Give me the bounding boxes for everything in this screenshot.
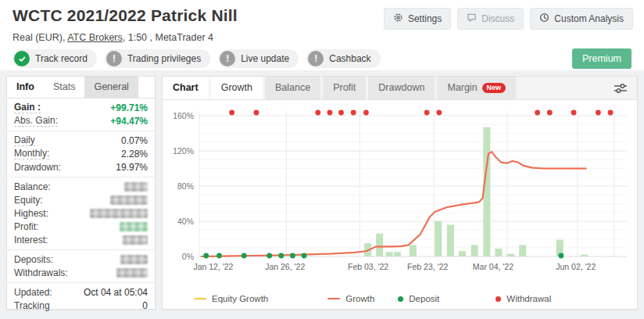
stat-row-gain: Gain : +99.71% bbox=[7, 101, 155, 114]
legend-equity-growth[interactable]: Equity Growth bbox=[194, 294, 268, 303]
legend-deposit[interactable]: Deposit bbox=[398, 294, 439, 303]
svg-text:120%: 120% bbox=[173, 146, 194, 156]
header-actions: Settings Discuss Custom Analysis bbox=[384, 8, 633, 30]
tab-margin[interactable]: Margin New bbox=[437, 77, 516, 99]
sidebar-tabs: Info Stats General bbox=[7, 77, 155, 99]
stat-row-abs-gain: Abs. Gain: +94.47% bbox=[7, 114, 155, 127]
deposits-label: Deposits: bbox=[14, 254, 53, 265]
content-area: Info Stats General Gain : +99.71% Abs. G… bbox=[0, 70, 644, 319]
deposits-value-redacted bbox=[120, 255, 148, 264]
divider bbox=[7, 177, 155, 177]
tab-margin-label: Margin bbox=[447, 77, 477, 99]
broker-link[interactable]: ATC Brokers bbox=[67, 32, 123, 43]
withdrawals-label: Withdrawals: bbox=[14, 267, 68, 278]
stat-row-equity: Equity: bbox=[7, 193, 155, 206]
discuss-button[interactable]: Discuss bbox=[457, 8, 524, 30]
monthly-value: 2.28% bbox=[121, 149, 148, 160]
new-badge: New bbox=[482, 83, 506, 93]
svg-text:Feb 23, '22: Feb 23, '22 bbox=[407, 262, 448, 271]
balance-value-redacted bbox=[124, 182, 148, 192]
legend-label: Growth bbox=[345, 294, 374, 303]
daily-label[interactable]: Daily bbox=[14, 134, 35, 146]
exclamation-icon: ! bbox=[106, 51, 122, 66]
svg-text:80%: 80% bbox=[177, 181, 194, 191]
premium-button[interactable]: Premium bbox=[572, 48, 631, 69]
drawdown-label: Drawdown: bbox=[14, 162, 61, 173]
equity-growth-swatch bbox=[194, 298, 206, 299]
growth-swatch bbox=[327, 298, 340, 299]
stat-row-interest: Interest: bbox=[7, 233, 155, 246]
divider bbox=[7, 282, 155, 283]
tab-drawdown[interactable]: Drawdown bbox=[368, 77, 435, 99]
updated-value: Oct 04 at 05:04 bbox=[84, 287, 148, 298]
chart-panel: Chart Growth Balance Profit Drawdown Mar… bbox=[162, 76, 638, 310]
svg-text:160%: 160% bbox=[173, 111, 194, 120]
settings-button[interactable]: Settings bbox=[384, 8, 451, 30]
stats-sidebar: Info Stats General Gain : +99.71% Abs. G… bbox=[6, 76, 156, 310]
badge-live-update[interactable]: ! Live update bbox=[218, 49, 299, 68]
tab-growth[interactable]: Growth bbox=[211, 77, 263, 99]
withdrawals-value-redacted bbox=[116, 268, 148, 278]
updated-label: Updated: bbox=[14, 287, 52, 298]
svg-text:Mar 04, '22: Mar 04, '22 bbox=[473, 262, 513, 271]
svg-text:Jan 12, '22: Jan 12, '22 bbox=[193, 262, 233, 271]
drawdown-value: 19.97% bbox=[116, 162, 148, 173]
legend-growth[interactable]: Growth bbox=[327, 294, 374, 303]
stat-row-daily: Daily 0.07% bbox=[7, 134, 155, 147]
badge-track-record[interactable]: Track record bbox=[13, 49, 97, 68]
page-header: WCTC 2021/2022 Patrick Nill Settings Dis… bbox=[0, 0, 644, 70]
balance-label: Balance: bbox=[14, 181, 51, 192]
stat-row-balance: Balance: bbox=[7, 180, 155, 193]
tab-stats[interactable]: Stats bbox=[44, 77, 85, 98]
equity-value-redacted bbox=[110, 195, 148, 205]
abs-gain-label[interactable]: Abs. Gain: bbox=[14, 115, 58, 127]
legend-label: Withdrawal bbox=[506, 294, 551, 303]
interest-value-redacted bbox=[123, 235, 148, 245]
clock-icon bbox=[539, 13, 549, 25]
check-icon bbox=[14, 51, 30, 66]
tracking-label: Tracking bbox=[14, 300, 50, 311]
badge-label: Trading privileges bbox=[127, 53, 201, 64]
badge-trading-privileges[interactable]: ! Trading privileges bbox=[105, 49, 210, 68]
badge-label: Cashback bbox=[329, 53, 370, 64]
tab-profit[interactable]: Profit bbox=[323, 77, 366, 99]
tab-balance[interactable]: Balance bbox=[265, 77, 320, 99]
exclamation-icon: ! bbox=[220, 51, 235, 66]
gear-icon bbox=[393, 13, 403, 25]
page-title: WCTC 2021/2022 Patrick Nill bbox=[13, 6, 238, 25]
badge-cashback[interactable]: ! Cashback bbox=[306, 49, 380, 68]
divider bbox=[7, 131, 155, 131]
interest-label: Interest: bbox=[14, 235, 48, 246]
chart-settings-icon[interactable] bbox=[614, 82, 628, 97]
custom-analysis-label: Custom Analysis bbox=[554, 13, 624, 24]
account-subtitle: Real (EUR), ATC Brokers, 1:50 , MetaTrad… bbox=[13, 32, 213, 43]
daily-value: 0.07% bbox=[121, 135, 148, 146]
divider bbox=[7, 249, 155, 250]
chart-tabs: Chart Growth Balance Profit Drawdown Mar… bbox=[163, 77, 637, 100]
svg-text:Feb 03, '22: Feb 03, '22 bbox=[348, 262, 388, 271]
chart-legend: Equity Growth Growth Deposit Withdrawal bbox=[163, 294, 637, 303]
growth-chart: 0%40%80%120%160%Jan 12, '22Jan 26, '22Fe… bbox=[169, 103, 631, 285]
svg-text:Jun 02, '22: Jun 02, '22 bbox=[556, 262, 596, 271]
deposit-dot-swatch bbox=[398, 296, 403, 302]
speech-bubble-icon bbox=[467, 13, 477, 25]
stat-row-deposits: Deposits: bbox=[7, 253, 155, 266]
legend-label: Equity Growth bbox=[212, 294, 268, 303]
tab-general[interactable]: General bbox=[84, 77, 138, 98]
subtitle-prefix: Real (EUR), bbox=[13, 32, 67, 43]
highest-label: Highest: bbox=[14, 208, 48, 219]
stat-row-tracking: Tracking 0 bbox=[7, 299, 155, 312]
profit-label: Profit: bbox=[14, 221, 38, 232]
withdrawal-dot-swatch bbox=[496, 296, 501, 302]
gain-value: +99.71% bbox=[110, 102, 148, 113]
gain-label[interactable]: Gain : bbox=[14, 102, 41, 113]
tab-info[interactable]: Info bbox=[7, 77, 44, 98]
custom-analysis-button[interactable]: Custom Analysis bbox=[530, 8, 633, 30]
legend-withdrawal[interactable]: Withdrawal bbox=[496, 294, 551, 303]
badge-label: Live update bbox=[241, 53, 289, 64]
svg-text:Jan 26, '22: Jan 26, '22 bbox=[265, 262, 305, 271]
subtitle-suffix: , 1:50 , MetaTrader 4 bbox=[123, 32, 213, 43]
monthly-label[interactable]: Monthly: bbox=[14, 148, 49, 160]
settings-label: Settings bbox=[408, 13, 442, 24]
chart-tabs-label: Chart bbox=[163, 77, 209, 99]
